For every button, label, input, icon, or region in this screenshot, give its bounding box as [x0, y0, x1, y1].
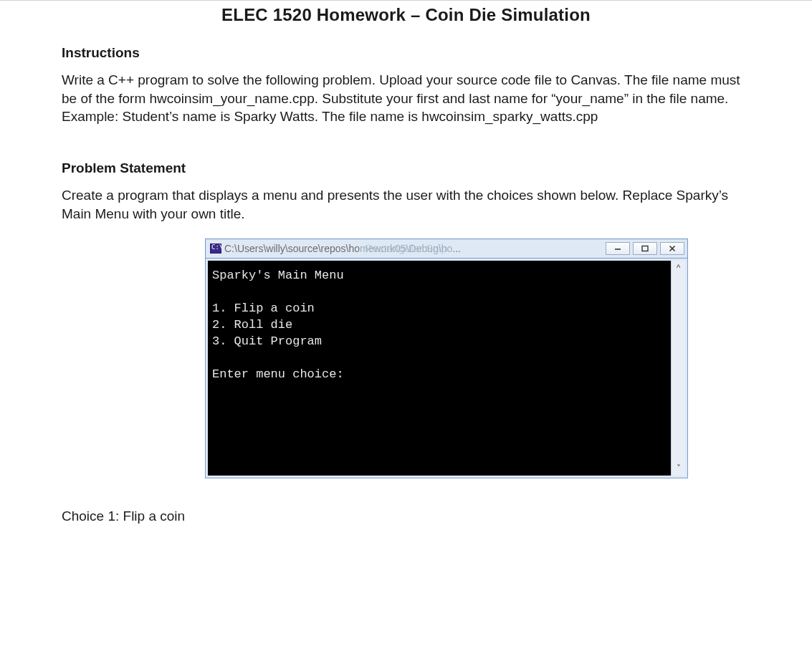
instructions-body: Write a C++ program to solve the followi…	[62, 71, 750, 126]
scroll-down-icon[interactable]: ˅	[677, 464, 681, 473]
console-prompt: Enter menu choice:	[212, 367, 344, 381]
document-content: Instructions Write a C++ program to solv…	[0, 45, 812, 524]
console-line-3: 3. Quit Program	[212, 334, 322, 348]
problem-statement-body: Create a program that displays a menu an…	[62, 186, 750, 223]
scroll-up-icon[interactable]: ^	[677, 264, 681, 272]
problem-statement-heading: Problem Statement	[62, 160, 750, 176]
window-controls	[606, 242, 684, 255]
window-titlebar: C:\Users\willy\source\repos\homework05\D…	[206, 239, 687, 258]
choice-1-heading: Choice 1: Flip a coin	[62, 508, 750, 524]
console-line-1: 1. Flip a coin	[212, 302, 315, 315]
console-body-row: Sparky's Main Menu 1. Flip a coin 2. Rol…	[206, 258, 687, 478]
console-window: C:\Users\willy\source\repos\homework05\D…	[205, 238, 688, 478]
console-menu-title: Sparky's Main Menu	[212, 269, 344, 282]
window-title-text: C:\Users\willy\source\repos\homework05\D…	[224, 243, 603, 254]
cmd-icon	[210, 243, 221, 254]
svg-rect-1	[642, 246, 648, 251]
console-output: Sparky's Main Menu 1. Flip a coin 2. Rol…	[208, 261, 671, 476]
document-title: ELEC 1520 Homework – Coin Die Simulation	[0, 5, 812, 25]
maximize-button[interactable]	[633, 242, 657, 255]
vertical-scrollbar[interactable]: ^ ˅	[671, 261, 685, 476]
minimize-button[interactable]	[606, 242, 630, 255]
console-screenshot: C:\Users\willy\source\repos\homework05\D…	[205, 238, 688, 478]
close-button[interactable]	[660, 242, 684, 255]
console-line-2: 2. Roll die	[212, 318, 292, 332]
document-page: ELEC 1520 Homework – Coin Die Simulation…	[0, 0, 812, 651]
instructions-heading: Instructions	[62, 45, 750, 61]
